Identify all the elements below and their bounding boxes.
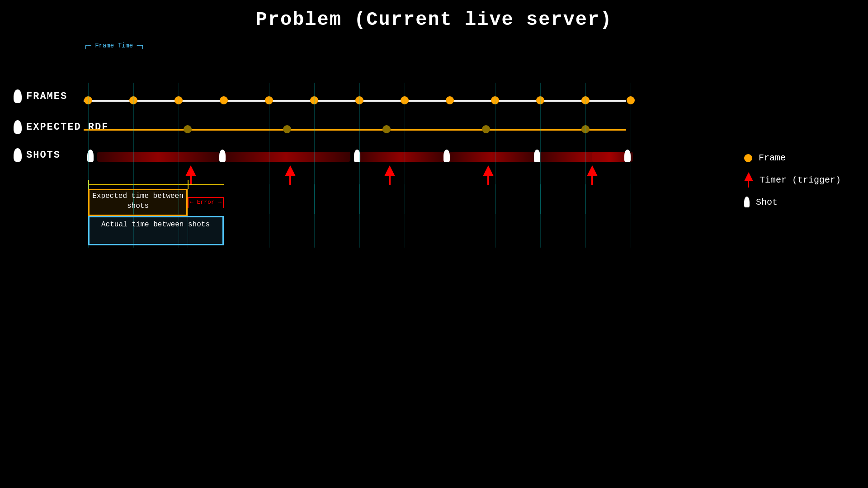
shot-trail-6 xyxy=(592,152,626,162)
shot-trail-2 xyxy=(222,152,350,162)
timer-arrow-5 xyxy=(587,165,598,185)
shot-icon-2 xyxy=(219,150,226,162)
rdf-dot-1 xyxy=(184,125,192,133)
rdf-dot-2 xyxy=(283,125,291,133)
page-title: Problem (Current live server) xyxy=(0,0,868,31)
rdf-dot-3 xyxy=(382,125,391,133)
legend-timer-arrow xyxy=(744,172,753,188)
grid-line-26 xyxy=(585,184,586,248)
timer-arrow-4 xyxy=(483,165,494,185)
shot-trail-4 xyxy=(445,152,538,162)
grid-line-22 xyxy=(405,184,405,248)
actual-time-label: Actual time between shots xyxy=(90,220,221,230)
diagram-area: ┌─ Frame Time ─┐ FRAMES EXPECTED RDF SHO… xyxy=(0,40,868,266)
frames-bullet-icon xyxy=(14,89,22,103)
frame-time-bracket: ┌─ Frame Time ─┐ xyxy=(84,42,144,49)
shot-trail-3 xyxy=(355,152,448,162)
legend-frame-label: Frame xyxy=(759,153,786,163)
expected-time-label: Expected time between shots xyxy=(89,191,187,211)
rdf-dot-4 xyxy=(482,125,490,133)
timer-arrow-2 xyxy=(285,165,296,185)
legend: Frame Timer (trigger) Shot xyxy=(744,153,841,207)
shots-bullet-icon xyxy=(14,148,22,162)
h-marker-line xyxy=(88,184,224,185)
legend-frame-dot xyxy=(744,154,752,162)
legend-shot-bullet xyxy=(744,197,750,207)
grid-line-18 xyxy=(224,184,224,248)
grid-line-21 xyxy=(359,184,360,248)
frames-row-label: FRAMES xyxy=(14,89,67,103)
shot-icon-5 xyxy=(534,150,540,162)
grid-line-20 xyxy=(314,184,315,248)
legend-timer: Timer (trigger) xyxy=(744,172,841,188)
shots-row-label: SHOTS xyxy=(14,148,61,162)
grid-line-27 xyxy=(631,184,631,248)
grid-line-23 xyxy=(450,184,450,248)
legend-frame: Frame xyxy=(744,153,841,163)
shot-icon-6 xyxy=(624,150,631,162)
grid-line-24 xyxy=(495,184,495,248)
grid-line-25 xyxy=(540,184,541,248)
legend-shot-label: Shot xyxy=(756,197,778,207)
legend-shot: Shot xyxy=(744,197,841,207)
legend-timer-label: Timer (trigger) xyxy=(760,175,841,185)
expected-rdf-timeline xyxy=(84,129,626,131)
expected-rdf-bullet-icon xyxy=(14,120,22,134)
timer-arrow-3 xyxy=(384,165,395,185)
frames-timeline xyxy=(84,100,626,102)
timer-arrow-1 xyxy=(185,165,196,185)
error-bracket: ← Error → xyxy=(188,197,224,208)
shot-trail-1 xyxy=(97,152,219,162)
grid-line-19 xyxy=(269,184,269,248)
expected-rdf-label: EXPECTED RDF xyxy=(14,120,108,134)
shot-icon-4 xyxy=(443,150,450,162)
error-label: ← Error → xyxy=(190,199,222,206)
